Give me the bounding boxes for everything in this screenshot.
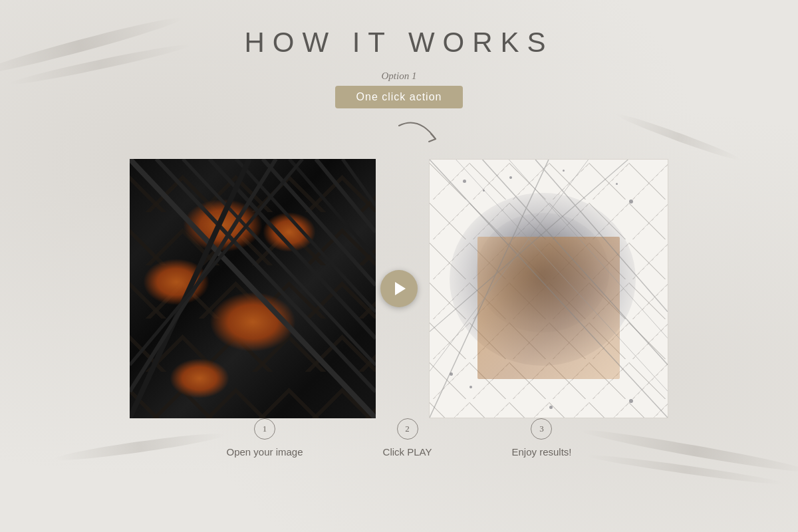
svg-line-5 bbox=[263, 159, 376, 285]
step-2-circle: 2 bbox=[397, 418, 418, 440]
step-1-number: 1 bbox=[263, 424, 267, 434]
step-1: 1 Open your image bbox=[226, 418, 303, 458]
play-button-container[interactable] bbox=[380, 270, 418, 307]
step-3: 3 Enjoy results! bbox=[511, 418, 571, 458]
step-2: 2 Click PLAY bbox=[383, 418, 432, 458]
step-3-label: Enjoy results! bbox=[511, 446, 571, 458]
svg-line-6 bbox=[289, 159, 376, 259]
steps-row: 1 Open your image 2 Click PLAY 3 Enjoy r… bbox=[226, 418, 571, 458]
step-2-label: Click PLAY bbox=[383, 446, 432, 458]
step-2-number: 2 bbox=[405, 424, 410, 434]
step-1-label: Open your image bbox=[226, 446, 303, 458]
svg-line-15 bbox=[509, 160, 668, 338]
svg-line-18 bbox=[430, 160, 589, 371]
building-lines-svg bbox=[130, 159, 376, 418]
building-background bbox=[130, 159, 376, 418]
watercolor-inner bbox=[430, 160, 668, 418]
svg-line-12 bbox=[430, 160, 668, 418]
curved-arrow-icon bbox=[392, 119, 446, 152]
original-image bbox=[130, 159, 376, 418]
step-3-circle: 3 bbox=[531, 418, 552, 440]
svg-line-9 bbox=[130, 159, 249, 418]
option-label: Option 1 bbox=[382, 70, 417, 82]
arrow-container bbox=[0, 119, 798, 152]
step-3-number: 3 bbox=[539, 424, 544, 434]
images-wrapper bbox=[130, 159, 668, 418]
main-content: HOW IT WORKS Option 1 One click action bbox=[0, 0, 798, 458]
page-title: HOW IT WORKS bbox=[244, 27, 553, 59]
play-button[interactable] bbox=[380, 270, 418, 307]
step-1-circle: 1 bbox=[254, 418, 275, 440]
svg-line-19 bbox=[430, 160, 628, 332]
watercolor-building-svg bbox=[430, 160, 668, 418]
action-badge: One click action bbox=[335, 86, 464, 108]
watercolor-result-image bbox=[429, 159, 668, 418]
svg-line-17 bbox=[430, 160, 549, 418]
play-triangle-icon bbox=[395, 282, 406, 295]
